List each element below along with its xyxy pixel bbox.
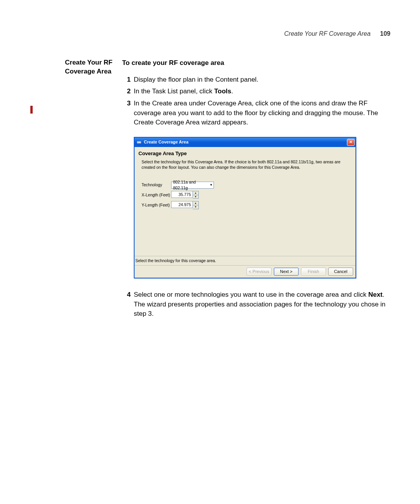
step-list-continued: 4 Select one or more technologies you wa… (122, 290, 390, 319)
xlength-spin-up[interactable]: ▲ (193, 191, 198, 195)
finish-button: Finish (301, 268, 326, 276)
xlength-label: X-Length (Feet) (142, 192, 171, 198)
step-text: Select one or more technologies you want… (134, 290, 390, 319)
dialog-description: Select the technology for this Coverage … (138, 159, 352, 170)
technology-combobox[interactable]: 802.11a and 802.11g ▼ (171, 182, 214, 189)
triangle-down-icon: ▼ (194, 195, 197, 199)
previous-button: < Previous (247, 268, 271, 276)
create-coverage-area-dialog: Create Coverage Area × Coverage Area Typ… (134, 137, 356, 278)
section-body: To create your RF coverage area 1 Displa… (122, 58, 390, 321)
step-number: 2 (122, 87, 131, 96)
step-list: 1 Display the floor plan in the Content … (122, 75, 390, 128)
dialog-title: Create Coverage Area (144, 139, 189, 145)
running-header: Create Your RF Coverage Area 109 (284, 30, 390, 37)
step-text: In the Task List panel, click Tools. (134, 87, 390, 96)
step-text: Display the floor plan in the Content pa… (134, 75, 390, 85)
ylength-spin-up[interactable]: ▲ (193, 201, 198, 205)
xlength-input[interactable]: 35.775 (171, 191, 193, 198)
technology-value: 802.11a and 802.11g (173, 179, 210, 191)
step-item: 1 Display the floor plan in the Content … (122, 75, 390, 85)
page-number: 109 (380, 30, 390, 37)
section-title: Create Your RF Coverage Area (65, 58, 122, 321)
svg-point-1 (139, 141, 141, 144)
content: Create Your RF Coverage Area To create y… (65, 58, 390, 321)
step-number: 4 (122, 290, 131, 319)
cancel-button[interactable]: Cancel (328, 268, 353, 276)
step-item: 3 In the Create area under Coverage Area… (122, 99, 390, 128)
triangle-up-icon: ▲ (194, 201, 197, 205)
dialog-status: Select the technology for this coverage … (135, 256, 355, 265)
running-title: Create Your RF Coverage Area (284, 30, 371, 37)
technology-label: Technology (142, 182, 171, 188)
step-number: 1 (122, 75, 131, 85)
app-icon (136, 140, 142, 145)
ylength-input[interactable]: 24.975 (171, 201, 193, 208)
close-icon: × (349, 138, 352, 146)
ylength-label: Y-Length (Feet) (142, 202, 171, 208)
step-item: 2 In the Task List panel, click Tools. (122, 87, 390, 96)
step-item: 4 Select one or more technologies you wa… (122, 290, 390, 319)
ylength-spin-down[interactable]: ▼ (193, 205, 198, 209)
section-subheading: To create your RF coverage area (122, 58, 390, 68)
change-bar (30, 106, 33, 114)
dialog-heading: Coverage Area Type (138, 150, 352, 158)
close-button[interactable]: × (347, 139, 355, 146)
ylength-row: Y-Length (Feet) 24.975 ▲ ▼ (138, 201, 352, 209)
dialog-footer: < Previous Next > Finish Cancel (135, 265, 355, 278)
chevron-down-icon: ▼ (210, 183, 213, 187)
xlength-spin-down[interactable]: ▼ (193, 195, 198, 199)
next-button[interactable]: Next > (274, 268, 299, 276)
triangle-up-icon: ▲ (194, 191, 197, 195)
dialog-titlebar[interactable]: Create Coverage Area × (135, 138, 355, 147)
technology-row: Technology 802.11a and 802.11g ▼ (138, 182, 352, 189)
xlength-row: X-Length (Feet) 35.775 ▲ ▼ (138, 191, 352, 199)
step-text: In the Create area under Coverage Area, … (134, 99, 390, 128)
triangle-down-icon: ▼ (194, 205, 197, 209)
step-number: 3 (122, 99, 131, 128)
